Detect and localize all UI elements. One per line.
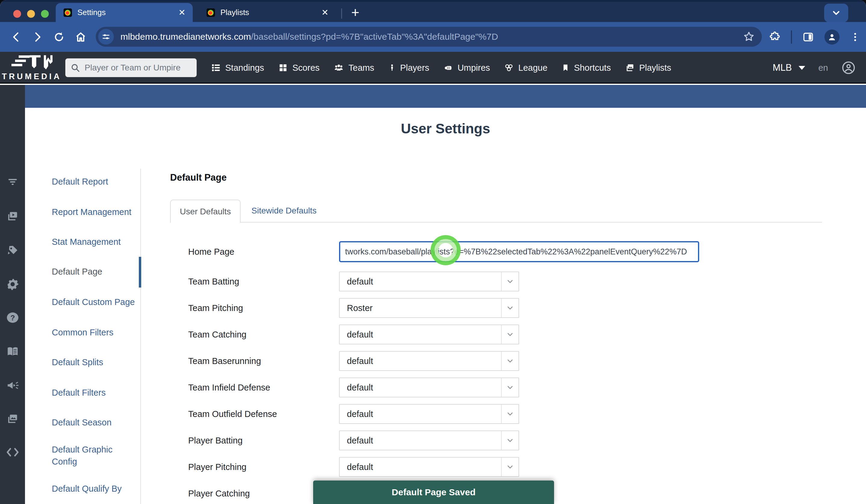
- nav-label: Standings: [225, 63, 264, 73]
- close-tab-icon[interactable]: ✕: [179, 9, 186, 17]
- chevron-down-icon: [501, 352, 519, 370]
- settings-menu-divider: [140, 169, 141, 504]
- close-window-button[interactable]: [13, 10, 21, 18]
- site-favicon: [64, 9, 72, 17]
- nav-scores[interactable]: Scores: [278, 63, 320, 73]
- url-text: mlbdemo.trumedianetworks.com/baseball/se…: [120, 32, 736, 42]
- gear-icon[interactable]: [0, 278, 25, 291]
- megaphone-icon[interactable]: [0, 379, 25, 392]
- team-pitching-select[interactable]: Roster: [339, 298, 519, 318]
- menu-default-qualify-by[interactable]: Default Qualify By: [52, 483, 122, 495]
- back-button[interactable]: [10, 31, 22, 43]
- tab-settings[interactable]: Settings ✕: [56, 3, 193, 22]
- player-person-icon: [388, 63, 396, 73]
- close-tab-icon[interactable]: ✕: [322, 9, 329, 17]
- reload-button[interactable]: [53, 31, 65, 43]
- menu-default-custom-page[interactable]: Default Custom Page: [52, 296, 135, 308]
- browser-menu-dots-icon[interactable]: [850, 32, 861, 43]
- gallery-icon[interactable]: [0, 413, 25, 426]
- trumedia-logo[interactable]: TRUMEDIA: [2, 54, 64, 82]
- field-label-home-page: Home Page: [188, 241, 330, 262]
- tab-search-button[interactable]: [824, 4, 848, 22]
- tab-sitewide-defaults[interactable]: Sitewide Defaults: [252, 200, 317, 222]
- address-bar[interactable]: mlbdemo.trumedianetworks.com/baseball/se…: [96, 27, 762, 47]
- browser-toolbar: mlbdemo.trumedianetworks.com/baseball/se…: [0, 22, 866, 52]
- select-value: default: [340, 409, 501, 419]
- book-icon[interactable]: [0, 345, 25, 358]
- extensions-puzzle-icon[interactable]: [769, 31, 781, 43]
- league-balls-icon: [504, 63, 514, 73]
- menu-default-splits[interactable]: Default Splits: [52, 356, 103, 368]
- team-outfield-defense-select[interactable]: default: [339, 404, 519, 424]
- new-tab-button[interactable]: +: [347, 4, 364, 21]
- team-catching-select[interactable]: default: [339, 325, 519, 345]
- tab-playlists[interactable]: Playlists ✕: [199, 3, 336, 22]
- nav-label: Shortcuts: [574, 63, 611, 73]
- minimize-window-button[interactable]: [27, 10, 35, 18]
- home-button[interactable]: [75, 31, 87, 43]
- tab-divider: [341, 9, 342, 19]
- home-page-input[interactable]: [339, 241, 699, 262]
- field-label-team-baserunning: Team Baserunning: [188, 351, 330, 371]
- video-playlist-icon[interactable]: [0, 210, 25, 223]
- tab-title: Settings: [77, 8, 179, 17]
- menu-stat-management[interactable]: Stat Management: [52, 236, 121, 248]
- menu-default-graphic-config[interactable]: Default Graphic Config: [52, 444, 133, 468]
- browser-window: Settings ✕ Playlists ✕ + mlbdemo.trumedi…: [0, 0, 866, 504]
- league-selector[interactable]: MLB: [773, 62, 805, 73]
- scores-grid-icon: [278, 63, 288, 73]
- team-baserunning-select[interactable]: default: [339, 351, 519, 371]
- filter-icon[interactable]: [0, 175, 25, 188]
- page-title: User Settings: [25, 121, 866, 137]
- nav-league[interactable]: League: [504, 63, 547, 73]
- help-icon[interactable]: ?: [0, 311, 25, 324]
- search-input[interactable]: [84, 63, 186, 73]
- menu-default-filters[interactable]: Default Filters: [52, 387, 106, 399]
- global-search[interactable]: [65, 58, 197, 78]
- menu-common-filters[interactable]: Common Filters: [52, 326, 113, 338]
- nav-label: Scores: [292, 63, 320, 73]
- menu-default-report[interactable]: Default Report: [52, 176, 108, 188]
- saved-toast: Default Page Saved: [313, 481, 554, 504]
- player-pitching-select[interactable]: default: [339, 457, 519, 477]
- forward-button[interactable]: [31, 31, 43, 43]
- field-label-team-batting: Team Batting: [188, 271, 330, 291]
- locale-toggle[interactable]: en: [819, 63, 828, 73]
- standings-list-icon: [211, 63, 221, 73]
- chevron-down-icon: [831, 8, 841, 18]
- select-value: default: [340, 356, 501, 366]
- code-icon[interactable]: [0, 446, 25, 458]
- bookmark-icon: [561, 63, 570, 73]
- chevron-down-icon: [501, 325, 519, 344]
- nav-shortcuts[interactable]: Shortcuts: [561, 63, 611, 73]
- browser-profile-avatar[interactable]: [824, 30, 840, 45]
- menu-default-page[interactable]: Default Page: [52, 266, 102, 278]
- tab-user-defaults[interactable]: User Defaults: [170, 200, 241, 223]
- nav-standings[interactable]: Standings: [211, 63, 264, 73]
- select-value: default: [340, 462, 501, 472]
- player-batting-select[interactable]: default: [339, 430, 519, 450]
- field-label-player-batting: Player Batting: [188, 430, 330, 450]
- side-panel-icon[interactable]: [802, 31, 814, 43]
- chevron-down-icon: [501, 458, 519, 476]
- league-value: MLB: [773, 62, 792, 73]
- site-settings-icon[interactable]: [98, 29, 114, 45]
- bookmark-star-icon[interactable]: [743, 31, 755, 43]
- nav-umpires[interactable]: Umpires: [443, 63, 490, 73]
- menu-default-season[interactable]: Default Season: [52, 416, 111, 428]
- nav-label: Playlists: [639, 63, 671, 73]
- chevron-down-icon: [501, 299, 519, 317]
- nav-playlists[interactable]: Playlists: [625, 63, 671, 73]
- team-infield-defense-select[interactable]: default: [339, 378, 519, 397]
- nav-teams[interactable]: Teams: [333, 63, 374, 73]
- zoom-window-button[interactable]: [41, 10, 49, 18]
- tab-underline: [170, 222, 822, 223]
- menu-report-management[interactable]: Report Management: [52, 206, 131, 218]
- tag-icon[interactable]: [0, 244, 25, 257]
- browser-tab-strip: Settings ✕ Playlists ✕ +: [0, 0, 866, 22]
- team-batting-select[interactable]: default: [339, 271, 519, 291]
- field-label-player-pitching: Player Pitching: [188, 457, 330, 477]
- user-profile-icon[interactable]: [841, 60, 856, 75]
- nav-players[interactable]: Players: [388, 63, 429, 73]
- photos-icon: [625, 63, 635, 73]
